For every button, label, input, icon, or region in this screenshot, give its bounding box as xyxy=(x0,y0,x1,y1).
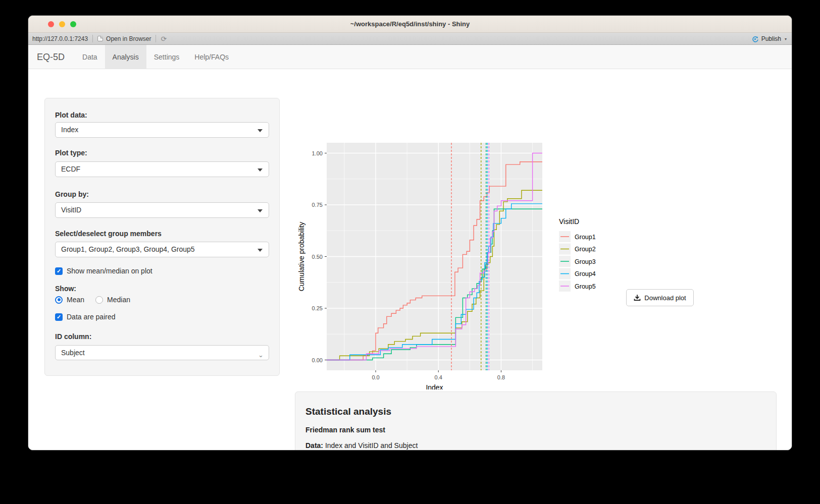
paired-checkbox-row: ✓ Data are paired xyxy=(55,313,116,321)
show-mean-checkbox-label: Show mean/median on plot xyxy=(67,267,152,275)
app-window: ~/workspace/R/eq5d/inst/shiny - Shiny ht… xyxy=(28,15,792,451)
caret-down-icon xyxy=(258,129,263,132)
open-in-browser-button[interactable]: Open in Browser xyxy=(97,35,151,42)
open-in-browser-label: Open in Browser xyxy=(106,35,151,42)
chevron-down-icon: ⌄ xyxy=(258,348,264,362)
app-url: http://127.0.0.1:7243 xyxy=(32,35,88,42)
title-bar: ~/workspace/R/eq5d/inst/shiny - Shiny xyxy=(28,16,792,33)
group-members-value: Group1, Group2, Group3, Group4, Group5 xyxy=(61,245,195,253)
y-axis-title: Cumulative probability xyxy=(297,222,305,292)
legend-label-Group2: Group2 xyxy=(575,246,596,253)
paired-checkbox-label: Data are paired xyxy=(67,313,116,321)
group-members-select[interactable]: Group1, Group2, Group3, Group4, Group5 xyxy=(55,242,269,257)
caret-down-icon xyxy=(258,249,263,252)
download-plot-button[interactable]: Download plot xyxy=(626,289,694,306)
publish-label: Publish xyxy=(761,35,781,42)
id-column-value: Subject xyxy=(61,349,85,357)
y-tick-label: 0.50 xyxy=(312,254,323,260)
plot-type-select[interactable]: ECDF xyxy=(55,161,269,177)
app-brand: EQ-5D xyxy=(28,45,75,69)
legend-label-Group4: Group4 xyxy=(575,270,596,277)
radio-mean-label: Mean xyxy=(67,296,84,304)
plot-data-select[interactable]: Index xyxy=(55,122,269,138)
radio-median-label: Median xyxy=(107,296,130,304)
plot-data-label: Plot data: xyxy=(55,111,87,119)
download-icon xyxy=(634,294,641,301)
shiny-toolbar: http://127.0.0.1:7243 Open in Browser ⟳ … xyxy=(28,33,792,45)
show-label: Show: xyxy=(55,285,76,293)
x-axis-title: Index xyxy=(426,383,443,389)
y-tick-label: 0.25 xyxy=(312,305,323,311)
caret-down-icon xyxy=(258,209,263,212)
group-by-value: VisitID xyxy=(61,206,81,214)
reload-icon[interactable]: ⟳ xyxy=(161,35,167,42)
stats-title: Statistical analysis xyxy=(305,406,766,417)
caret-down-icon xyxy=(258,169,263,172)
stats-data-label: Data: xyxy=(305,441,323,450)
id-column-label: ID column: xyxy=(55,332,91,341)
y-tick-label: 0.00 xyxy=(312,357,323,363)
group-by-label: Group by: xyxy=(55,190,89,198)
tab-settings[interactable]: Settings xyxy=(146,45,187,69)
statistical-analysis-panel: Statistical analysis Friedman rank sum t… xyxy=(295,391,777,451)
plot-data-value: Index xyxy=(61,126,78,134)
navbar: EQ-5D Data Analysis Settings Help/FAQs xyxy=(28,45,792,69)
id-column-select[interactable]: Subject ⌄ xyxy=(55,345,269,360)
legend-label-Group3: Group3 xyxy=(575,258,596,265)
tab-analysis[interactable]: Analysis xyxy=(105,45,146,69)
show-mean-checkbox[interactable]: ✓ xyxy=(55,267,63,275)
toolbar-divider xyxy=(156,35,156,42)
window-title: ~/workspace/R/eq5d/inst/shiny - Shiny xyxy=(28,16,792,33)
tab-data[interactable]: Data xyxy=(75,45,105,69)
x-tick-label: 0.8 xyxy=(497,374,505,380)
plot-type-value: ECDF xyxy=(61,165,80,173)
tab-help-faqs[interactable]: Help/FAQs xyxy=(187,45,236,69)
y-tick-label: 1.00 xyxy=(312,150,323,156)
show-radio-group: Mean Median xyxy=(55,296,130,304)
radio-mean[interactable] xyxy=(55,296,63,304)
browser-page-icon xyxy=(97,36,103,41)
main-content: Plot data: Index Plot type: ECDF Group b… xyxy=(28,69,792,450)
group-members-label: Select/deselect group members xyxy=(55,230,162,238)
publish-caret-icon: ▾ xyxy=(785,37,787,41)
y-tick-label: 0.75 xyxy=(312,202,323,208)
legend-label-Group5: Group5 xyxy=(575,283,596,290)
legend-label-Group1: Group1 xyxy=(575,234,596,241)
paired-checkbox[interactable]: ✓ xyxy=(55,313,63,321)
sidebar-panel: Plot data: Index Plot type: ECDF Group b… xyxy=(44,98,280,376)
x-tick-label: 0.0 xyxy=(372,374,379,380)
download-plot-label: Download plot xyxy=(644,294,686,302)
legend-title: VisitID xyxy=(559,217,579,226)
stats-data-value: Index and VisitID and Subject xyxy=(323,441,418,450)
publish-button[interactable]: Publish ▾ xyxy=(751,33,787,45)
group-by-select[interactable]: VisitID xyxy=(55,202,269,218)
stats-data-line: Data: Index and VisitID and Subject xyxy=(305,441,766,450)
plot-type-label: Plot type: xyxy=(55,149,87,157)
publish-icon xyxy=(751,35,759,43)
ecdf-plot: 0.00.40.80.000.250.500.751.00IndexCumula… xyxy=(295,137,632,389)
toolbar-divider xyxy=(92,35,93,42)
x-tick-label: 0.4 xyxy=(435,374,442,380)
radio-median[interactable] xyxy=(95,296,103,304)
show-mean-checkbox-row: ✓ Show mean/median on plot xyxy=(55,267,152,275)
stats-test-name: Friedman rank sum test xyxy=(305,426,766,434)
